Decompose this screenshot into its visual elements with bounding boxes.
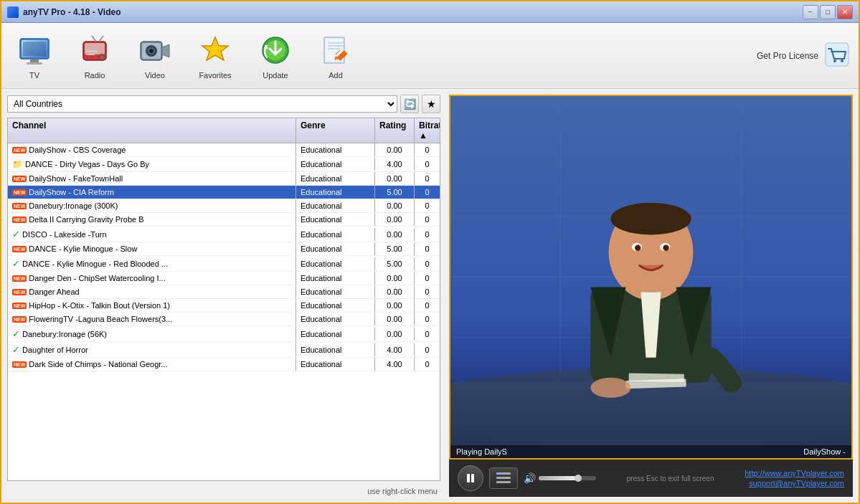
channel-row[interactable]: ✓ DISCO - Lakeside -Turn Educational 0.0… <box>8 227 440 242</box>
col-rating: 0.00 <box>375 285 415 298</box>
col-genre: Educational <box>296 242 375 255</box>
channel-name: DISCO - Lakeside -Turn <box>22 230 107 239</box>
toolbar-item-add[interactable]: Add <box>311 29 360 82</box>
svg-point-18 <box>149 49 153 53</box>
channel-name: DailyShow - CBS Coverage <box>29 146 126 154</box>
left-panel: All Countries 🔄 ★ Channel Genre Rating B… <box>1 89 446 503</box>
col-bitrate: 0 <box>415 272 440 285</box>
col-bitrate: 0 <box>415 343 440 356</box>
toolbar-item-radio[interactable]: Radio <box>70 29 119 82</box>
col-rating: 4.00 <box>375 343 415 356</box>
channel-row[interactable]: NEW DailyShow - FakeTownHall Educational… <box>8 172 440 186</box>
col-rating: 0.00 <box>375 228 415 241</box>
toolbar-item-favorites[interactable]: Favorites <box>191 29 240 82</box>
col-genre: Educational <box>296 343 375 356</box>
press-esc-hint: press Esc to exit full screen <box>602 475 739 482</box>
col-bitrate: 0 <box>415 242 440 255</box>
badge-check: ✓ <box>12 229 20 239</box>
col-rating: 0.00 <box>375 199 415 212</box>
col-bitrate: 0 <box>415 143 440 156</box>
channel-row[interactable]: NEW Delta II Carrying Gravity Probe B Ed… <box>8 213 440 227</box>
maximize-button[interactable]: □ <box>820 5 836 19</box>
svg-rect-57 <box>629 374 684 383</box>
pause-button[interactable] <box>458 465 483 491</box>
svg-marker-19 <box>162 44 169 57</box>
col-genre: Educational <box>296 358 375 371</box>
col-rating: 0.00 <box>375 172 415 185</box>
toolbar-item-update[interactable]: Update <box>251 29 300 82</box>
channel-row[interactable]: NEW DailyShow - CBS Coverage Educational… <box>8 143 440 157</box>
channel-row[interactable]: NEW Danger Den - ChipSet Watercooling I.… <box>8 272 440 285</box>
svg-line-12 <box>99 36 103 42</box>
channel-row[interactable]: NEW DANCE - Kylie Minogue - Slow Educati… <box>8 242 440 256</box>
volume-fill <box>539 476 576 480</box>
volume-thumb[interactable] <box>575 475 582 482</box>
volume-track[interactable] <box>539 476 596 480</box>
badge-check: ✓ <box>12 344 20 355</box>
main-content: All Countries 🔄 ★ Channel Genre Rating B… <box>1 89 859 503</box>
badge-new: NEW <box>12 246 27 252</box>
search-button[interactable]: ★ <box>422 95 440 113</box>
country-select[interactable]: All Countries <box>7 95 397 113</box>
channel-name: DailyShow - CIA Reform <box>29 188 114 196</box>
badge-new: NEW <box>12 189 27 196</box>
col-channel: NEW FloweringTV -Laguna Beach Flowers(3.… <box>8 313 296 325</box>
channel-row[interactable]: ✓ Danebury:Ironage (56K) Educational 0.0… <box>8 326 440 342</box>
badge-new: NEW <box>12 316 27 323</box>
channel-row[interactable]: NEW Danebury:Ironage (300K) Educational … <box>8 199 440 213</box>
svg-rect-60 <box>471 474 474 482</box>
svg-point-34 <box>841 60 844 62</box>
app-icon <box>7 6 19 18</box>
col-bitrate: 0 <box>415 228 440 241</box>
col-genre: Educational <box>296 299 375 312</box>
channel-name: Delta II Carrying Gravity Probe B <box>29 215 143 224</box>
toolbar-item-tv[interactable]: TV <box>10 29 59 82</box>
controls-bar: 🔊 press Esc to exit full screen http://w… <box>449 460 853 497</box>
channel-name: Danebury:Ironage (56K) <box>22 330 107 338</box>
channel-row[interactable]: ✓ Daughter of Horror Educational 4.00 0 <box>8 342 440 358</box>
title-bar: anyTV Pro - 4.18 - Video − □ ✕ <box>1 1 859 23</box>
col-channel: NEW DailyShow - FakeTownHall <box>8 172 296 185</box>
channel-name: DANCE - Kylie Minogue - Slow <box>29 244 137 253</box>
svg-line-13 <box>92 36 96 42</box>
volume-control: 🔊 <box>524 472 596 484</box>
svg-rect-59 <box>467 474 470 482</box>
channel-name: Danebury:Ironage (300K) <box>29 201 118 210</box>
col-channel: NEW Danger Ahead <box>8 285 296 298</box>
channel-row[interactable]: NEW DailyShow - CIA Reform Educational 5… <box>8 186 440 199</box>
col-rating: 0.00 <box>375 328 415 341</box>
svg-rect-3 <box>30 60 39 62</box>
get-pro-label[interactable]: Get Pro License <box>757 51 818 61</box>
video-icon <box>136 32 174 69</box>
title-bar-left: anyTV Pro - 4.18 - Video <box>7 6 121 18</box>
col-genre: Educational <box>296 213 375 226</box>
col-bitrate: 0 <box>415 213 440 226</box>
support-link[interactable]: support@anyTVplayer.com <box>749 479 844 488</box>
col-channel: NEW HipHop - K-Otix - Talkin Bout (Versi… <box>8 299 296 312</box>
header-rating: Rating <box>375 118 415 143</box>
channel-row[interactable]: ✓ DANCE - Kylie Minogue - Red Blooded ..… <box>8 256 440 272</box>
col-bitrate: 0 <box>415 199 440 212</box>
channel-row[interactable]: NEW FloweringTV -Laguna Beach Flowers(3.… <box>8 313 440 326</box>
svg-rect-4 <box>27 62 42 65</box>
svg-rect-63 <box>496 481 511 483</box>
badge-new: NEW <box>12 289 27 295</box>
col-bitrate: 0 <box>415 313 440 325</box>
channel-list-button[interactable] <box>489 467 518 489</box>
refresh-button[interactable]: 🔄 <box>400 95 419 113</box>
col-genre: Educational <box>296 199 375 212</box>
channel-row[interactable]: 📁 DANCE - Dirty Vegas - Days Go By Educa… <box>8 157 440 172</box>
col-rating: 0.00 <box>375 299 415 312</box>
minimize-button[interactable]: − <box>803 5 818 19</box>
channel-row[interactable]: NEW HipHop - K-Otix - Talkin Bout (Versi… <box>8 299 440 313</box>
close-button[interactable]: ✕ <box>837 5 853 19</box>
channel-row[interactable]: NEW Dark Side of Chimps - National Geogr… <box>8 358 440 371</box>
col-channel: NEW Dark Side of Chimps - National Geogr… <box>8 358 296 371</box>
website-link[interactable]: http://www.anyTVplayer.com <box>745 469 844 477</box>
channel-row[interactable]: NEW Danger Ahead Educational 0.00 0 <box>8 285 440 299</box>
video-container[interactable]: Playing DailyS DailyShow - <box>449 95 853 460</box>
toolbar-item-video[interactable]: Video <box>131 29 179 82</box>
cart-icon[interactable] <box>824 42 850 70</box>
col-channel: ✓ Danebury:Ironage (56K) <box>8 326 296 341</box>
controls-links: http://www.anyTVplayer.com support@anyTV… <box>745 469 844 488</box>
